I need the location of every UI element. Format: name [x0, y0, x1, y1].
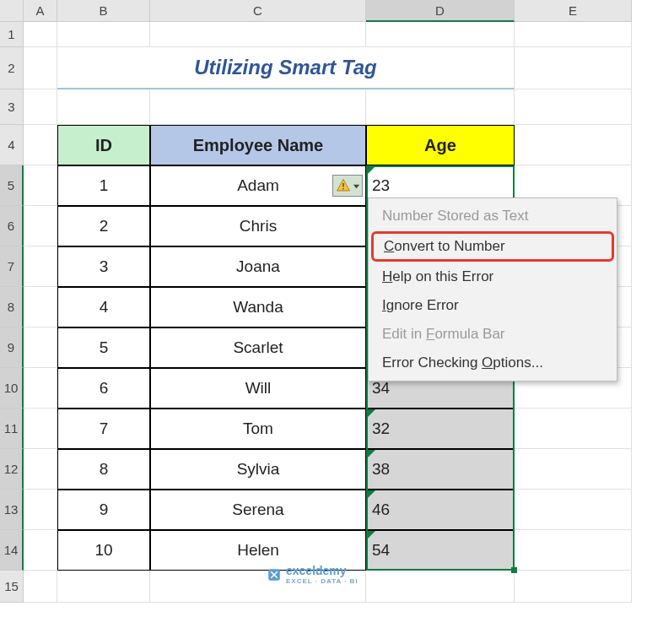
cell[interactable] [24, 47, 57, 89]
menu-text: onvert to Number [394, 238, 504, 254]
row-header-5[interactable]: 5 [0, 165, 24, 206]
menu-key: F [426, 326, 434, 342]
cell-id[interactable]: 5 [57, 327, 150, 368]
watermark-name: exceldemy [286, 564, 359, 577]
text-number-flag [367, 166, 375, 175]
cell[interactable] [24, 246, 57, 287]
col-header-b[interactable]: B [57, 0, 150, 22]
cell[interactable] [515, 125, 632, 165]
header-age[interactable]: Age [366, 125, 515, 165]
row-header-2[interactable]: 2 [0, 47, 24, 89]
cell-name[interactable]: Chris [150, 206, 366, 246]
cell-age[interactable]: 46 [366, 490, 515, 530]
cell[interactable] [24, 409, 57, 449]
smart-tag-button[interactable] [332, 175, 363, 197]
cell[interactable] [24, 287, 57, 327]
row-header-9[interactable]: 9 [0, 327, 24, 368]
cell[interactable] [24, 125, 57, 165]
text-number-flag [367, 409, 375, 418]
fill-handle[interactable] [511, 567, 517, 573]
cell[interactable] [515, 530, 632, 571]
row-header-7[interactable]: 7 [0, 246, 24, 287]
cell[interactable] [24, 530, 57, 571]
cell[interactable] [366, 571, 515, 603]
row-header-10[interactable]: 10 [0, 368, 24, 409]
cell-name[interactable]: Sylvia [150, 449, 366, 490]
col-header-a[interactable]: A [24, 0, 57, 22]
col-header-d[interactable]: D [366, 0, 515, 22]
cell[interactable] [515, 449, 632, 490]
cell-id[interactable]: 3 [57, 246, 150, 287]
menu-edit-formula-bar: Edit in Formula Bar [369, 320, 617, 349]
cell-id[interactable]: 4 [57, 287, 150, 327]
menu-help-on-error[interactable]: Help on this Error [369, 262, 617, 291]
cell-age[interactable]: 38 [366, 449, 515, 490]
cell[interactable] [150, 22, 366, 47]
row-header-1[interactable]: 1 [0, 22, 24, 47]
cell[interactable] [515, 409, 632, 449]
cell[interactable] [57, 22, 150, 47]
cell[interactable] [515, 22, 632, 47]
cell-name[interactable]: Scarlet [150, 327, 366, 368]
cell-id[interactable]: 10 [57, 530, 150, 571]
cell[interactable] [366, 89, 515, 125]
watermark: exceldemy EXCEL · DATA · BI [267, 564, 359, 585]
cell-age[interactable]: 54 [366, 530, 515, 571]
cell[interactable] [24, 327, 57, 368]
row-header-11[interactable]: 11 [0, 409, 24, 449]
header-name[interactable]: Employee Name [150, 125, 366, 165]
row-header-12[interactable]: 12 [0, 449, 24, 490]
menu-text: gnore Error [386, 297, 459, 313]
row-header-15[interactable]: 15 [0, 571, 24, 603]
row-header-8[interactable]: 8 [0, 287, 24, 327]
cell-id[interactable]: 2 [57, 206, 150, 246]
row-header-14[interactable]: 14 [0, 530, 24, 571]
row-header-6[interactable]: 6 [0, 206, 24, 246]
menu-text: Edit in [382, 326, 426, 342]
menu-convert-to-number[interactable]: Convert to Number [371, 231, 614, 262]
cell[interactable] [24, 449, 57, 490]
cell-id[interactable]: 1 [57, 165, 150, 206]
cell[interactable] [24, 368, 57, 409]
cell[interactable] [24, 206, 57, 246]
column-headers: A B C D E [24, 0, 632, 22]
cell-id[interactable]: 8 [57, 449, 150, 490]
cell[interactable] [515, 571, 632, 603]
title-cell[interactable]: Utilizing Smart Tag [57, 47, 515, 89]
cell[interactable] [24, 89, 57, 125]
cell-name[interactable]: Joana [150, 246, 366, 287]
text-number-flag [367, 450, 375, 458]
cell[interactable] [515, 490, 632, 530]
cell[interactable] [515, 89, 632, 125]
menu-ignore-error[interactable]: Ignore Error [369, 291, 617, 320]
row-header-4[interactable]: 4 [0, 125, 24, 165]
cell-id[interactable]: 6 [57, 368, 150, 409]
col-header-e[interactable]: E [515, 0, 632, 22]
cell[interactable] [150, 89, 366, 125]
cell-id[interactable]: 9 [57, 490, 150, 530]
cell-id[interactable]: 7 [57, 409, 150, 449]
menu-text: elp on this Error [392, 268, 493, 284]
row-header-3[interactable]: 3 [0, 89, 24, 125]
row-header-13[interactable]: 13 [0, 490, 24, 530]
cell[interactable] [24, 22, 57, 47]
text-number-flag [367, 490, 375, 499]
cell[interactable] [57, 89, 150, 125]
cell[interactable] [57, 571, 150, 603]
menu-header: Number Stored as Text [369, 202, 617, 230]
cell-name[interactable]: Wanda [150, 287, 366, 327]
cell-name[interactable]: Tom [150, 409, 366, 449]
cell[interactable] [24, 490, 57, 530]
cell-age[interactable]: 32 [366, 409, 515, 449]
cell[interactable] [515, 47, 632, 89]
cell-name[interactable]: Will [150, 368, 366, 409]
header-id[interactable]: ID [57, 125, 150, 165]
menu-error-checking-options[interactable]: Error Checking Options... [369, 349, 617, 377]
select-all-corner[interactable] [0, 0, 24, 22]
text-number-flag [367, 531, 375, 539]
cell[interactable] [366, 22, 515, 47]
col-header-c[interactable]: C [150, 0, 366, 22]
cell[interactable] [24, 165, 57, 206]
cell-name[interactable]: Serena [150, 490, 366, 530]
cell[interactable] [24, 571, 57, 603]
